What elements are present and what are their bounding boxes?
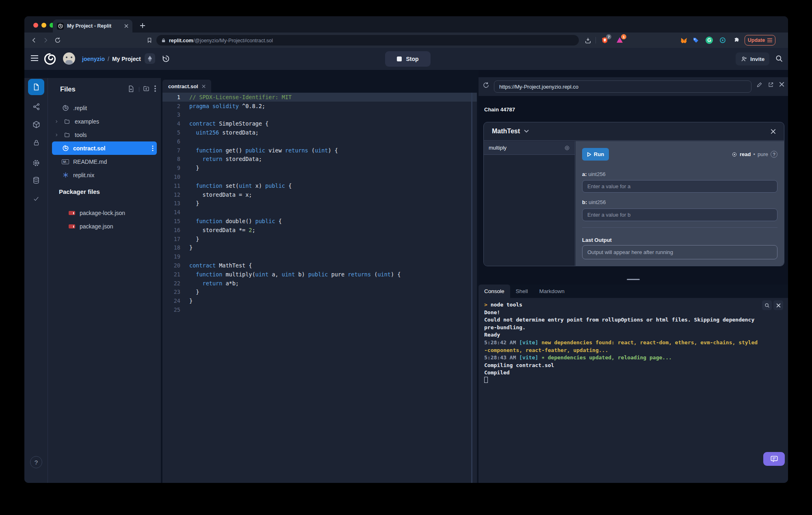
- contract-card: MathTest multiply: [483, 122, 784, 266]
- history-button[interactable]: [162, 54, 170, 63]
- close-tab-icon[interactable]: [124, 24, 128, 28]
- url-bar[interactable]: replit.com/@joenyzio/My-Project#contract…: [156, 35, 579, 46]
- code-line[interactable]: 19: [162, 252, 477, 261]
- forward-button[interactable]: [41, 35, 50, 45]
- update-button[interactable]: Update: [745, 35, 775, 46]
- resize-handle[interactable]: [627, 279, 640, 280]
- function-item-multiply[interactable]: multiply: [484, 141, 575, 155]
- rail-checks-button[interactable]: [28, 191, 44, 207]
- console-tab-shell[interactable]: Shell: [510, 285, 534, 298]
- invite-button[interactable]: Invite: [736, 52, 769, 65]
- code-line[interactable]: 12 storedData = x;: [162, 190, 477, 199]
- rail-packages-button[interactable]: [28, 116, 44, 133]
- code-line[interactable]: 1// SPDX-License-Identifier: MIT: [162, 93, 477, 102]
- file-row-package-lock.json[interactable]: package-lock.json: [52, 206, 157, 219]
- code-line[interactable]: 4contract SimpleStorage {: [162, 119, 477, 128]
- editor-tab[interactable]: contract.sol: [162, 80, 211, 93]
- rail-files-button[interactable]: [28, 79, 44, 95]
- console-search-button[interactable]: [762, 300, 772, 310]
- code-line[interactable]: 11 function set(uint x) public {: [162, 181, 477, 190]
- folder-row-tools[interactable]: tools: [52, 128, 157, 141]
- code-line[interactable]: 5 uint256 storedData;: [162, 128, 477, 137]
- run-button[interactable]: Run: [582, 148, 609, 161]
- close-window-button[interactable]: [33, 23, 38, 28]
- new-file-button[interactable]: [128, 85, 134, 92]
- back-button[interactable]: [29, 35, 39, 45]
- console-tab-console[interactable]: Console: [479, 285, 510, 298]
- file-menu-kebab-icon[interactable]: [152, 146, 154, 151]
- modifier-help-badge[interactable]: ?: [771, 151, 777, 158]
- reload-button[interactable]: [53, 35, 63, 45]
- code-line[interactable]: 10: [162, 172, 477, 181]
- new-folder-button[interactable]: [143, 85, 150, 92]
- console-panel[interactable]: > node toolsDone!Could not determine ent…: [479, 298, 788, 483]
- code-line[interactable]: 25: [162, 305, 477, 314]
- contract-card-header[interactable]: MathTest: [484, 122, 784, 141]
- grammarly-icon[interactable]: G: [704, 35, 714, 45]
- downloads-button[interactable]: [583, 35, 593, 45]
- code-line[interactable]: 24}: [162, 296, 477, 305]
- rail-database-button[interactable]: [28, 172, 44, 188]
- code-line[interactable]: 7 function get() public view returns (ui…: [162, 146, 477, 155]
- file-row-README.md[interactable]: M↓README.md: [52, 155, 157, 168]
- edit-url-button[interactable]: [756, 82, 762, 88]
- code-line[interactable]: 2pragma solidity ^0.8.2;: [162, 102, 477, 111]
- rail-version-control-button[interactable]: [28, 98, 44, 115]
- browser-tab[interactable]: My Project - Replit: [53, 20, 132, 33]
- code-line[interactable]: 23 }: [162, 288, 477, 297]
- rail-secrets-button[interactable]: [28, 135, 44, 151]
- code-editor[interactable]: 1// SPDX-License-Identifier: MIT2pragma …: [162, 93, 477, 483]
- bookmark-icon[interactable]: [145, 35, 154, 45]
- user-avatar[interactable]: [63, 52, 75, 65]
- editor-scrollbar[interactable]: [471, 93, 472, 483]
- replit-logo[interactable]: [44, 53, 56, 65]
- code-line[interactable]: 6: [162, 137, 477, 146]
- metamask-fox-icon[interactable]: [679, 35, 689, 45]
- project-name[interactable]: My Project: [112, 56, 141, 62]
- param-a-input[interactable]: [582, 180, 777, 193]
- code-line[interactable]: 3: [162, 111, 477, 120]
- code-line[interactable]: 14: [162, 208, 477, 217]
- files-menu-button[interactable]: [154, 85, 156, 92]
- code-line[interactable]: 18}: [162, 243, 477, 252]
- stop-button[interactable]: Stop: [385, 51, 431, 67]
- file-row-contract.sol[interactable]: contract.sol: [52, 141, 157, 155]
- close-contract-button[interactable]: [771, 129, 776, 134]
- brave-rewards-icon[interactable]: 1: [615, 35, 624, 45]
- console-tab-markdown[interactable]: Markdown: [534, 285, 570, 298]
- ethereum-badge[interactable]: [145, 53, 155, 64]
- code-line[interactable]: 15 function double() public {: [162, 217, 477, 226]
- file-row-replit.nix[interactable]: replit.nix: [52, 168, 157, 182]
- code-line[interactable]: 22 return a*b;: [162, 279, 477, 288]
- code-line[interactable]: 9 }: [162, 163, 477, 172]
- folder-row-examples[interactable]: examples: [52, 115, 157, 128]
- code-line[interactable]: 13 }: [162, 199, 477, 208]
- brave-shield-icon[interactable]: 7: [600, 35, 610, 45]
- code-line[interactable]: 16 storedData *= 2;: [162, 226, 477, 235]
- chat-button[interactable]: [763, 452, 785, 466]
- code-line[interactable]: 8 return storedData;: [162, 155, 477, 164]
- code-line[interactable]: 21 function multiply(uint a, uint b) pub…: [162, 270, 477, 279]
- help-button[interactable]: ?: [30, 456, 42, 468]
- tag-extension-icon[interactable]: [691, 35, 701, 45]
- code-line[interactable]: 17 }: [162, 235, 477, 243]
- file-row-.replit[interactable]: .replit: [52, 101, 157, 115]
- console-clear-button[interactable]: [773, 300, 783, 310]
- extensions-puzzle-icon[interactable]: [731, 35, 741, 45]
- username-link[interactable]: joenyzio: [82, 56, 105, 62]
- param-b-input[interactable]: [582, 209, 777, 221]
- close-webview-button[interactable]: [779, 82, 784, 87]
- webview-refresh-button[interactable]: [483, 82, 489, 89]
- minimize-window-button[interactable]: [41, 23, 46, 28]
- new-tab-button[interactable]: [137, 20, 148, 31]
- code-text: }: [189, 244, 193, 251]
- menu-button[interactable]: [31, 55, 38, 61]
- teal-extension-icon[interactable]: [718, 35, 728, 45]
- open-external-button[interactable]: [768, 82, 774, 88]
- webview-url-input[interactable]: [494, 80, 751, 93]
- code-line[interactable]: 20contract MathTest {: [162, 261, 477, 270]
- file-row-package.json[interactable]: package.json: [52, 219, 157, 233]
- search-button[interactable]: [775, 54, 783, 63]
- rail-settings-button[interactable]: [28, 155, 44, 171]
- editor-tab-close-icon[interactable]: [202, 85, 206, 88]
